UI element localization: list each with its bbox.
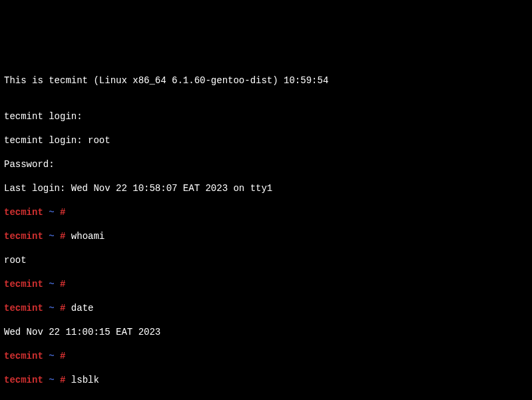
last-login-line: Last login: Wed Nov 22 10:58:07 EAT 2023… <box>4 182 528 194</box>
terminal[interactable]: This is tecmint (Linux x86_64 6.1.60-gen… <box>0 60 532 400</box>
output-date: Wed Nov 22 11:00:15 EAT 2023 <box>4 326 528 338</box>
banner-line: This is tecmint (Linux x86_64 6.1.60-gen… <box>4 75 528 87</box>
prompt-line-whoami: tecmint ~ # whoami <box>4 230 528 242</box>
prompt-host: tecmint <box>4 303 43 313</box>
password-prompt: Password: <box>4 158 528 170</box>
prompt-dir: ~ <box>49 231 54 242</box>
prompt-line-date: tecmint ~ # date <box>4 302 528 314</box>
prompt-dir: ~ <box>49 375 54 385</box>
prompt-line: tecmint ~ # <box>4 278 528 290</box>
prompt-dir: ~ <box>49 303 54 313</box>
prompt-dir: ~ <box>49 279 54 290</box>
prompt-host: tecmint <box>4 351 43 361</box>
cmd-whoami: whoami <box>71 231 105 242</box>
prompt-dir: ~ <box>49 207 54 218</box>
prompt-symbol: # <box>60 231 65 242</box>
prompt-dir: ~ <box>49 351 54 361</box>
prompt-host: tecmint <box>4 207 43 218</box>
cmd-date: date <box>71 303 94 313</box>
login-prompt-2: tecmint login: root <box>4 134 528 146</box>
prompt-symbol: # <box>60 351 65 361</box>
cmd-lsblk: lsblk <box>71 375 99 385</box>
prompt-symbol: # <box>60 207 65 218</box>
output-whoami: root <box>4 254 528 266</box>
login-prompt-1: tecmint login: <box>4 110 528 122</box>
prompt-line: tecmint ~ # <box>4 206 528 218</box>
prompt-line-lsblk: tecmint ~ # lsblk <box>4 374 528 386</box>
prompt-symbol: # <box>60 375 65 385</box>
prompt-host: tecmint <box>4 279 43 290</box>
prompt-host: tecmint <box>4 375 43 385</box>
prompt-symbol: # <box>60 303 65 313</box>
prompt-host: tecmint <box>4 231 43 242</box>
prompt-symbol: # <box>60 279 65 290</box>
prompt-line: tecmint ~ # <box>4 350 528 362</box>
